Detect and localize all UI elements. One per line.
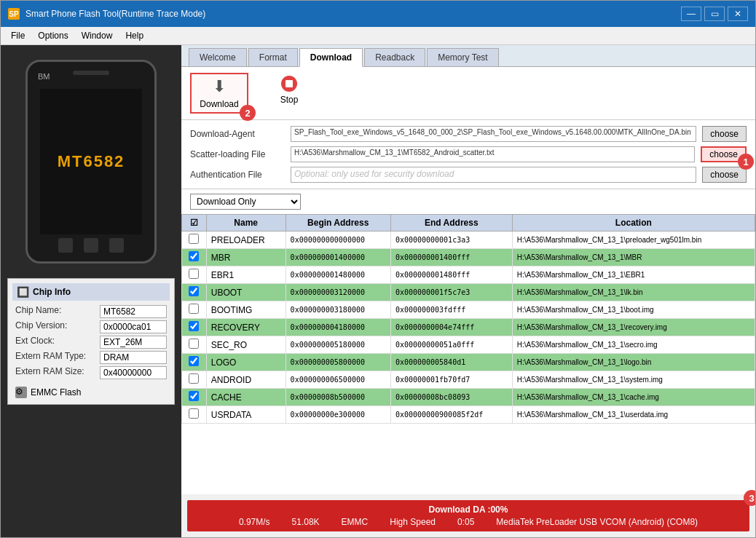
row-end: 0x000000001400fff: [390, 249, 512, 266]
row-checkbox[interactable]: [189, 391, 199, 401]
row-checkbox-cell[interactable]: [182, 232, 207, 249]
row-checkbox-cell[interactable]: [182, 389, 207, 406]
choose-auth-button[interactable]: choose: [702, 167, 747, 183]
row-checkbox[interactable]: [189, 373, 199, 384]
minimize-button[interactable]: —: [681, 7, 701, 21]
download-mode-dropdown[interactable]: Download Only Firmware Upgrade Format Al…: [190, 194, 301, 210]
status-bar-wrapper: Download DA :00% 0.97M/s 51.08K EMMC Hig…: [184, 497, 752, 534]
row-checkbox-cell[interactable]: [182, 354, 207, 371]
row-location: H:\A536\Marshmallow_CM_13_1\cache.img: [512, 389, 755, 406]
row-checkbox-cell[interactable]: [182, 319, 207, 336]
emmc-icon: ⚙: [15, 387, 27, 398]
tab-bar: Welcome Format Download Readback Memory …: [181, 45, 755, 67]
chip-info-title: Chip Info: [33, 287, 71, 297]
tab-memory-test[interactable]: Memory Test: [427, 48, 498, 66]
close-button[interactable]: ✕: [728, 7, 748, 21]
row-end: 0x000000001f5c7e3: [390, 284, 512, 301]
file-section: Download-Agent SP_Flash_Tool_exe_Windows…: [181, 120, 755, 189]
phone-btn-back: [58, 238, 73, 253]
scatter-row: Scatter-loading File H:\A536\Marshmallow…: [190, 146, 747, 162]
col-checkbox: ☑: [182, 215, 207, 232]
auth-row: Authentication File Optional: only used …: [190, 167, 747, 183]
row-checkbox[interactable]: [189, 286, 199, 296]
badge-3: 3: [744, 490, 755, 506]
tab-welcome[interactable]: Welcome: [189, 48, 247, 66]
download-agent-value: SP_Flash_Tool_exe_Windows_v5_1648_00_000…: [291, 126, 696, 142]
stop-button-label: Stop: [280, 95, 299, 105]
menu-file[interactable]: File: [5, 28, 31, 43]
row-checkbox-cell[interactable]: [182, 371, 207, 389]
auth-placeholder: Optional: only used for security downloa…: [291, 167, 696, 183]
tab-download[interactable]: Download: [299, 48, 363, 67]
table-row: BOOTIMG 0x000000003180000 0x000000003fdf…: [182, 301, 755, 319]
row-checkbox[interactable]: [189, 321, 199, 331]
menu-window[interactable]: Window: [76, 28, 119, 43]
row-name: USRDATA: [206, 406, 286, 424]
left-panel: BM MT6582 🔲 Chip Info Chip Name:: [1, 45, 181, 537]
row-checkbox[interactable]: [189, 304, 199, 314]
choose-scatter-wrapper: choose 1: [701, 146, 747, 162]
col-location: Location: [512, 215, 755, 232]
row-location: H:\A536\Marshmallow_CM_13_1\logo.bin: [512, 354, 755, 371]
row-end: 0x000000005840d1: [390, 354, 512, 371]
status-type: EMMC: [342, 517, 369, 527]
status-port: MediaTek PreLoader USB VCOM (Android) (C…: [496, 517, 698, 527]
title-bar: SP Smart Phone Flash Tool(Runtime Trace …: [1, 1, 755, 27]
row-location: H:\A536\Marshmallow_CM_13_1\secro.img: [512, 336, 755, 354]
stop-icon: [281, 76, 297, 92]
table-row: ANDROID 0x000000006500000 0x00000001fb70…: [182, 371, 755, 389]
row-location: H:\A536\Marshmallow_CM_13_1\lk.bin: [512, 284, 755, 301]
download-button[interactable]: ⬇ Download: [190, 73, 248, 114]
app-icon: SP: [8, 8, 20, 20]
table-row: USRDATA 0x00000000e300000 0x000000009000…: [182, 406, 755, 424]
row-name: LOGO: [206, 354, 286, 371]
row-checkbox[interactable]: [189, 234, 199, 244]
table-row: UBOOT 0x000000003120000 0x000000001f5c7e…: [182, 284, 755, 301]
choose-agent-button[interactable]: choose: [702, 126, 747, 142]
row-location: H:\A536\Marshmallow_CM_13_1\userdata.img: [512, 406, 755, 424]
row-location: H:\A536\Marshmallow_CM_13_1\EBR1: [512, 266, 755, 284]
row-end: 0x0000000004e74fff: [390, 319, 512, 336]
scatter-label: Scatter-loading File: [190, 149, 285, 159]
menu-options[interactable]: Options: [32, 28, 74, 43]
phone-model: MT6582: [58, 152, 125, 171]
status-mode: High Speed: [390, 517, 436, 527]
row-begin: 0x000000003120000: [286, 284, 390, 301]
emmc-item[interactable]: ⚙ EMMC Flash: [12, 385, 170, 400]
row-name: RECOVERY: [206, 319, 286, 336]
row-begin: 0x000000003180000: [286, 301, 390, 319]
table-row: MBR 0x000000001400000 0x000000001400fff …: [182, 249, 755, 266]
status-progress: Download DA :00%: [196, 505, 741, 515]
row-checkbox[interactable]: [189, 356, 199, 366]
maximize-button[interactable]: ▭: [704, 7, 725, 21]
chip-ram-size-label: Extern RAM Size:: [15, 366, 95, 379]
row-location: H:\A536\Marshmallow_CM_13_1\recovery.img: [512, 319, 755, 336]
row-checkbox-cell[interactable]: [182, 249, 207, 266]
row-checkbox[interactable]: [189, 251, 199, 261]
table-row: EBR1 0x000000001480000 0x000000001480fff…: [182, 266, 755, 284]
menu-help[interactable]: Help: [119, 28, 149, 43]
table-row: RECOVERY 0x000000004180000 0x0000000004e…: [182, 319, 755, 336]
phone-speaker: [73, 71, 109, 75]
status-time: 0:05: [457, 517, 474, 527]
row-checkbox-cell[interactable]: [182, 336, 207, 354]
row-name: PRELOADER: [206, 232, 286, 249]
row-name: CACHE: [206, 389, 286, 406]
badge-2: 2: [240, 105, 256, 121]
row-begin: 0x000000001400000: [286, 249, 390, 266]
row-checkbox[interactable]: [189, 269, 199, 279]
row-checkbox-cell[interactable]: [182, 284, 207, 301]
dropdown-row: Download Only Firmware Upgrade Format Al…: [181, 189, 755, 214]
row-checkbox[interactable]: [189, 408, 199, 419]
row-checkbox-cell[interactable]: [182, 301, 207, 319]
row-checkbox-cell[interactable]: [182, 406, 207, 424]
row-checkbox-cell[interactable]: [182, 266, 207, 284]
stop-button[interactable]: Stop: [260, 73, 318, 108]
chip-info-header[interactable]: 🔲 Chip Info: [12, 283, 170, 301]
row-name: BOOTIMG: [206, 301, 286, 319]
tab-format[interactable]: Format: [248, 48, 298, 66]
download-agent-label: Download-Agent: [190, 129, 285, 139]
row-checkbox[interactable]: [189, 339, 199, 349]
chip-ram-size-value: 0x40000000: [100, 366, 167, 379]
tab-readback[interactable]: Readback: [364, 48, 425, 66]
